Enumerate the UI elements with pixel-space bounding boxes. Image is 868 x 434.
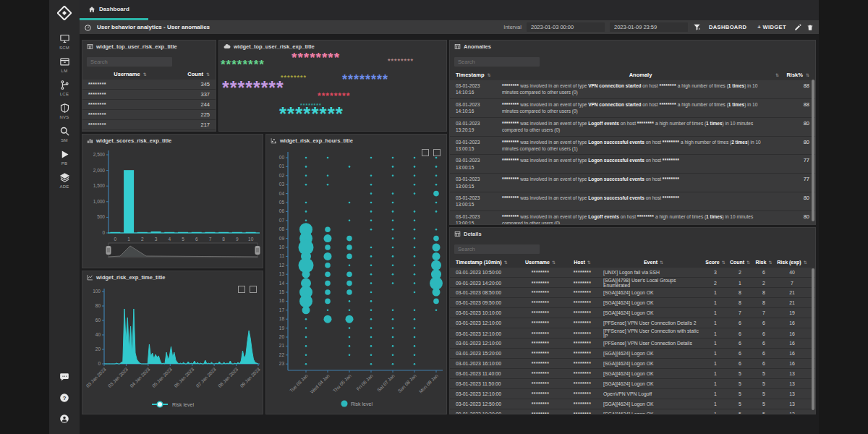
table-row[interactable]: 03-01-2023 10:10:00****************[SGA]…: [450, 308, 815, 318]
bubble-point[interactable]: [305, 318, 307, 320]
bubble-point[interactable]: [370, 354, 373, 357]
restore-icon[interactable]: [433, 149, 441, 156]
table-row[interactable]: 03-01-2023 09:50:00****************[SGA]…: [450, 298, 815, 308]
bubble-point[interactable]: [349, 345, 351, 347]
table-row[interactable]: ********337: [82, 90, 216, 100]
bubble-point[interactable]: [435, 175, 438, 177]
bubble-point[interactable]: [414, 192, 416, 195]
bubble-chart[interactable]: 0001020304050607080910111213141516171819…: [266, 146, 446, 414]
table-row[interactable]: 03-01-202313:00:15******** was involved …: [450, 211, 815, 225]
bubble-point[interactable]: [392, 265, 394, 267]
bubble-point[interactable]: [349, 300, 351, 302]
bubble-point[interactable]: [305, 210, 307, 213]
bubble-point[interactable]: [302, 271, 310, 278]
sidebar-item-pb[interactable]: PB: [59, 149, 70, 166]
table-row[interactable]: 03-01-2023 12:10:00****************[PFSe…: [450, 328, 815, 339]
bubble-point[interactable]: [392, 247, 394, 249]
legend-label[interactable]: Risk level: [172, 402, 194, 407]
bubble-point[interactable]: [435, 184, 438, 186]
bubble-point[interactable]: [370, 336, 373, 339]
table-row[interactable]: 03-01-2023 11:50:00****************[SGA]…: [450, 379, 815, 389]
anomalies-scrollbar[interactable]: [812, 80, 814, 221]
bubble-point[interactable]: [370, 310, 373, 312]
bubble-point[interactable]: [324, 234, 332, 242]
table-row[interactable]: ********217: [82, 120, 216, 130]
bubble-point[interactable]: [327, 175, 329, 177]
bubble-point[interactable]: [435, 310, 438, 312]
table-row[interactable]: 03-01-202313:00:15******** was involved …: [450, 174, 815, 192]
bubble-point[interactable]: [392, 363, 394, 365]
bubble-point[interactable]: [392, 229, 394, 231]
bubble-point[interactable]: [414, 220, 416, 222]
column-header-risk-exp-[interactable]: Risk (exp)⇅: [775, 260, 809, 265]
user-icon[interactable]: [59, 414, 69, 427]
bubble-point[interactable]: [414, 255, 416, 258]
table-row[interactable]: 03-01-202314:10:16******** was involved …: [450, 99, 815, 118]
bubble-point[interactable]: [305, 220, 307, 222]
bubble-point[interactable]: [349, 310, 351, 312]
chat-icon[interactable]: [59, 372, 69, 385]
bubble-point[interactable]: [327, 310, 329, 312]
bubble-point[interactable]: [346, 315, 354, 323]
table-row[interactable]: 03-01-202313:00:15******** was involved …: [450, 137, 815, 156]
bubble-point[interactable]: [414, 175, 416, 177]
column-header-count[interactable]: Count⇅: [172, 71, 210, 77]
bubble-point[interactable]: [414, 210, 416, 213]
bubble-point[interactable]: [370, 247, 373, 249]
bubble-point[interactable]: [433, 236, 439, 242]
table-row[interactable]: 03-01-202313:20:19******** was involved …: [450, 118, 815, 137]
filter-icon[interactable]: [693, 23, 701, 31]
bubble-point[interactable]: [305, 184, 307, 186]
zoom-select-icon[interactable]: [238, 286, 245, 293]
table-row[interactable]: 03-01-202313:00:15******** was involved …: [450, 155, 815, 174]
bubble-point[interactable]: [414, 310, 416, 312]
bubble-point[interactable]: [414, 354, 416, 357]
column-header-timestamp[interactable]: Timestamp⇅: [456, 72, 502, 78]
bubble-point[interactable]: [370, 273, 373, 276]
column-header-risk[interactable]: Risk⇅: [753, 260, 775, 265]
column-header-count[interactable]: Count⇅: [727, 260, 753, 265]
bubble-point[interactable]: [414, 247, 416, 249]
bubble-point[interactable]: [370, 282, 373, 284]
bubble-point[interactable]: [324, 252, 332, 260]
bubble-point[interactable]: [370, 363, 373, 365]
wordcloud-word[interactable]: ********: [292, 51, 340, 64]
table-row[interactable]: 03-01-2023 12:10:00****************[PFSe…: [450, 339, 815, 349]
bubble-point[interactable]: [299, 294, 312, 307]
bubble-point[interactable]: [433, 191, 439, 197]
bubble-point[interactable]: [392, 336, 394, 339]
bubble-point[interactable]: [325, 271, 331, 277]
tab-dashboard[interactable]: Dashboard: [80, 0, 148, 20]
bubble-point[interactable]: [392, 175, 394, 177]
bubble-point[interactable]: [392, 192, 394, 195]
wordcloud-word[interactable]: ********: [318, 92, 350, 101]
bubble-point[interactable]: [370, 345, 373, 347]
bubble-point[interactable]: [370, 175, 373, 177]
bubble-point[interactable]: [327, 184, 329, 186]
sidebar-item-ade[interactable]: ADE: [59, 172, 70, 189]
bubble-point[interactable]: [392, 282, 394, 284]
column-header-anomaly[interactable]: Anomaly⇅: [502, 72, 779, 78]
column-header-score[interactable]: Score⇅: [704, 260, 727, 265]
bubble-point[interactable]: [392, 310, 394, 312]
column-header-risk[interactable]: Risk%⇅: [779, 72, 809, 78]
bubble-point[interactable]: [392, 354, 394, 357]
bubble-point[interactable]: [346, 254, 352, 260]
bubble-point[interactable]: [370, 192, 373, 195]
bubble-point[interactable]: [414, 363, 416, 365]
bubble-point[interactable]: [305, 354, 307, 357]
bubble-point[interactable]: [435, 166, 438, 168]
table-row[interactable]: 03-01-202313:00:15******** was involved …: [450, 192, 815, 211]
restore-icon[interactable]: [250, 286, 257, 293]
bubble-point[interactable]: [370, 229, 373, 231]
delete-icon[interactable]: [807, 24, 814, 31]
bubble-point[interactable]: [370, 157, 373, 159]
bubble-point[interactable]: [414, 184, 416, 186]
bubble-point[interactable]: [370, 327, 373, 329]
bubble-point[interactable]: [305, 363, 307, 365]
bubble-point[interactable]: [370, 318, 373, 320]
bar-chart[interactable]: 05001,0001,5002,0002,500012345678910: [82, 146, 263, 268]
bubble-point[interactable]: [346, 271, 352, 277]
bubble-point[interactable]: [414, 327, 416, 329]
bubble-point[interactable]: [392, 220, 394, 222]
